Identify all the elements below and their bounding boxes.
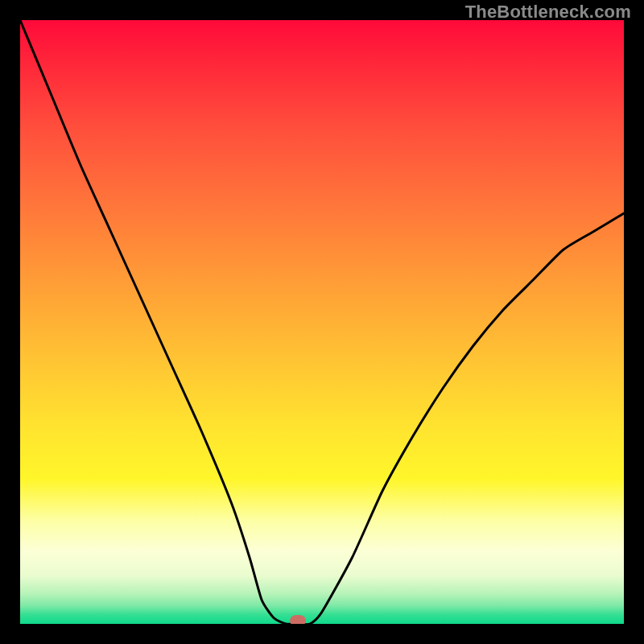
optimum-marker — [290, 615, 306, 624]
chart-frame: TheBottleneck.com — [0, 0, 644, 644]
curve-svg — [20, 20, 624, 624]
bottleneck-curve — [20, 20, 624, 624]
plot-area — [20, 20, 624, 624]
